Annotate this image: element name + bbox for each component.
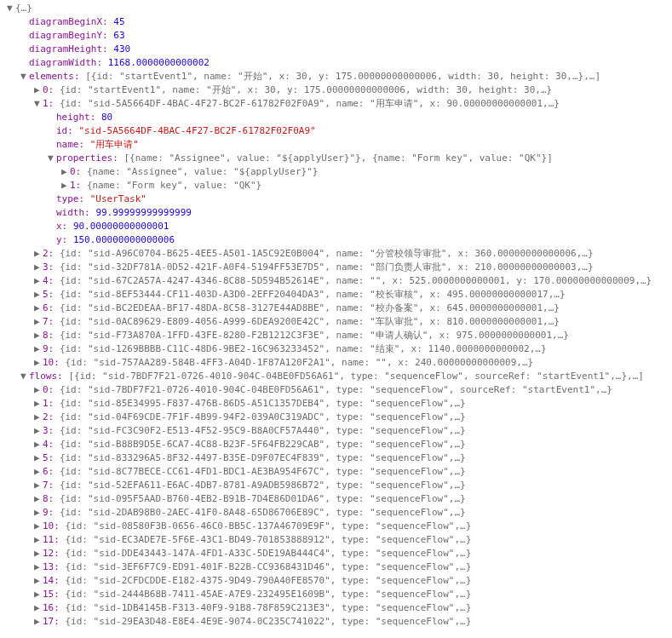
arrow-right-icon: ▶ xyxy=(34,274,43,288)
array-row[interactable]: ▶7: {id: "sid-0AC89629-E809-4056-A999-6D… xyxy=(7,315,665,329)
array-row[interactable]: ▶4: {id: "sid-B88B9D5E-6CA7-4C88-B23F-5F… xyxy=(7,438,665,451)
arrow-right-icon: ▶ xyxy=(34,397,43,411)
arrow-down-icon: ▼ xyxy=(7,2,15,15)
prop-row[interactable]: diagramBeginX: 45 xyxy=(7,15,665,29)
array-row[interactable]: ▶12: {id: "sid-DDE43443-147A-4FD1-A33C-5… xyxy=(7,547,665,560)
prop-row[interactable]: height: 80 xyxy=(7,111,665,124)
array-row[interactable]: ▶10: {id: "sid-08580F3B-0656-46C0-BB5C-1… xyxy=(7,520,665,533)
arrow-right-icon: ▶ xyxy=(34,560,43,574)
arrow-right-icon: ▶ xyxy=(34,288,43,302)
array-row[interactable]: ▼1: {id: "sid-5A5664DF-4BAC-4F27-BC2F-61… xyxy=(7,97,665,111)
arrow-right-icon: ▶ xyxy=(34,424,43,438)
arrow-right-icon: ▶ xyxy=(34,506,43,520)
arrow-right-icon: ▶ xyxy=(34,261,43,274)
elements-row[interactable]: ▼elements: [{id: "startEvent1", name: "开… xyxy=(7,70,665,83)
arrow-right-icon: ▶ xyxy=(34,342,43,356)
arrow-right-icon: ▶ xyxy=(61,179,70,193)
arrow-right-icon: ▶ xyxy=(34,329,43,342)
root-preview: {…} xyxy=(15,3,32,14)
prop-row[interactable]: diagramHeight: 430 xyxy=(7,43,665,56)
array-row[interactable]: ▶15: {id: "sid-2444B68B-7411-45AE-A7E9-2… xyxy=(7,588,665,601)
arrow-right-icon: ▶ xyxy=(34,547,43,560)
arrow-right-icon: ▶ xyxy=(34,438,43,451)
array-row[interactable]: ▶8: {id: "sid-F73A870A-1FFD-43FE-8280-F2… xyxy=(7,329,665,342)
array-row[interactable]: ▶0: {name: "Assignee", value: "${applyUs… xyxy=(7,165,665,179)
flows-row[interactable]: ▼flows: [{id: "sid-7BDF7F21-0726-4010-90… xyxy=(7,370,665,383)
arrow-down-icon: ▼ xyxy=(20,370,29,383)
arrow-down-icon: ▼ xyxy=(34,97,43,111)
arrow-right-icon: ▶ xyxy=(34,574,43,588)
array-row[interactable]: ▶0: {id: "startEvent1", name: "开始", x: 3… xyxy=(7,83,665,97)
array-row[interactable]: ▶5: {id: "sid-833296A5-8F32-4497-B35E-D9… xyxy=(7,451,665,465)
array-row[interactable]: ▶14: {id: "sid-2CFDCDDE-E182-4375-9D49-7… xyxy=(7,574,665,588)
arrow-right-icon: ▶ xyxy=(61,165,70,179)
array-row[interactable]: ▶1: {name: "Form key", value: "QK"} xyxy=(7,179,665,193)
arrow-right-icon: ▶ xyxy=(34,451,43,465)
array-row[interactable]: ▶11: {id: "sid-EC3ADE7E-5F6E-43C1-BD49-7… xyxy=(7,533,665,547)
array-row[interactable]: ▶5: {id: "sid-8EF53444-CF11-403D-A3D0-2E… xyxy=(7,288,665,302)
json-tree: ▼{…} diagramBeginX: 45 diagramBeginY: 63… xyxy=(7,2,665,629)
array-row[interactable]: ▶13: {id: "sid-3EF6F7C9-ED91-401F-B22B-C… xyxy=(7,560,665,574)
arrow-right-icon: ▶ xyxy=(34,465,43,479)
arrow-right-icon: ▶ xyxy=(34,533,43,547)
prop-row[interactable]: type: "UserTask" xyxy=(7,193,665,206)
array-row[interactable]: ▶9: {id: "sid-1269BBBB-C11C-48D6-9BE2-16… xyxy=(7,342,665,356)
prop-row[interactable]: y: 150.00000000000006 xyxy=(7,233,665,247)
arrow-right-icon: ▶ xyxy=(34,356,43,370)
array-row[interactable]: ▶0: {id: "sid-7BDF7F21-0726-4010-904C-04… xyxy=(7,383,665,397)
arrow-right-icon: ▶ xyxy=(34,83,43,97)
arrow-right-icon: ▶ xyxy=(34,520,43,533)
prop-row[interactable]: diagramBeginY: 63 xyxy=(7,29,665,43)
prop-row[interactable]: diagramWidth: 1168.0000000000002 xyxy=(7,56,665,70)
prop-row[interactable]: width: 99.99999999999999 xyxy=(7,206,665,220)
array-row[interactable]: ▶17: {id: "sid-29EA3D48-E8E4-4E9E-9074-0… xyxy=(7,615,665,629)
arrow-right-icon: ▶ xyxy=(34,492,43,506)
arrow-right-icon: ▶ xyxy=(34,315,43,329)
arrow-right-icon: ▶ xyxy=(34,479,43,492)
array-row[interactable]: ▶2: {id: "sid-A96C0704-B625-4EE5-A501-1A… xyxy=(7,247,665,261)
arrow-right-icon: ▶ xyxy=(34,383,43,397)
array-row[interactable]: ▶6: {id: "sid-BC2EDEAA-BF17-48DA-8C58-31… xyxy=(7,302,665,315)
arrow-right-icon: ▶ xyxy=(34,247,43,261)
array-row[interactable]: ▶6: {id: "sid-8C77BECE-CC61-4FD1-BDC1-AE… xyxy=(7,465,665,479)
array-row[interactable]: ▶10: {id: "sid-757AA289-584B-4FF3-A04D-1… xyxy=(7,356,665,370)
array-row[interactable]: ▶7: {id: "sid-52EFA611-E6AC-4DB7-8781-A9… xyxy=(7,479,665,492)
array-row[interactable]: ▶3: {id: "sid-32DF781A-0D52-421F-A0F4-51… xyxy=(7,261,665,274)
array-row[interactable]: ▶4: {id: "sid-67C2A57A-4247-4346-8C88-5D… xyxy=(7,274,665,288)
arrow-right-icon: ▶ xyxy=(34,302,43,315)
array-row[interactable]: ▶16: {id: "sid-1DB4145B-F313-40F9-91B8-7… xyxy=(7,601,665,615)
arrow-right-icon: ▶ xyxy=(34,601,43,615)
prop-row[interactable]: name: "用车申请" xyxy=(7,138,665,152)
arrow-right-icon: ▶ xyxy=(34,411,43,424)
array-row[interactable]: ▶1: {id: "sid-85E34995-F837-476B-86D5-A5… xyxy=(7,397,665,411)
arrow-right-icon: ▶ xyxy=(34,588,43,601)
prop-row[interactable]: id: "sid-5A5664DF-4BAC-4F27-BC2F-61782F0… xyxy=(7,124,665,138)
arrow-down-icon: ▼ xyxy=(48,152,56,165)
array-row[interactable]: ▶8: {id: "sid-095F5AAD-B760-4EB2-B91B-7D… xyxy=(7,492,665,506)
array-row[interactable]: ▶2: {id: "sid-04F69CDE-7F1F-4B99-94F2-03… xyxy=(7,411,665,424)
properties-row[interactable]: ▼properties: [{name: "Assignee", value: … xyxy=(7,152,665,165)
array-row[interactable]: ▶3: {id: "sid-FC3C90F2-E513-4F52-95C9-B8… xyxy=(7,424,665,438)
array-row[interactable]: ▶9: {id: "sid-2DAB98B0-2AEC-41F0-8A48-65… xyxy=(7,506,665,520)
arrow-down-icon: ▼ xyxy=(20,70,29,83)
prop-row[interactable]: x: 90.00000000000001 xyxy=(7,220,665,233)
root-row[interactable]: ▼{…} xyxy=(7,2,665,15)
arrow-right-icon: ▶ xyxy=(34,615,43,629)
